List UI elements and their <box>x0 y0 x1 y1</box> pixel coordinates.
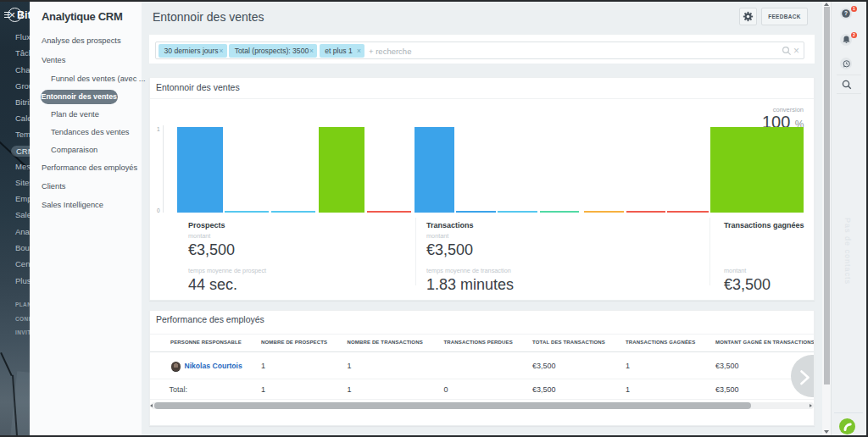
svg-text:?: ? <box>844 10 848 16</box>
